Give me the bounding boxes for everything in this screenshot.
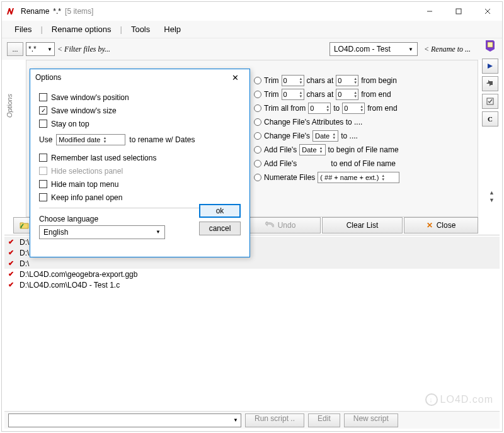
list-item[interactable]: ✔D:\LO4D.com\geogebra-export.ggb — [4, 269, 500, 279]
trim-begin-radio[interactable] — [254, 77, 261, 84]
remember-label: Remember last used selections — [51, 154, 156, 162]
hide-menu-checkbox[interactable] — [39, 180, 47, 188]
add-end-radio[interactable] — [254, 160, 261, 167]
dialog-title: Options — [35, 73, 61, 82]
trim-chars-end-spin[interactable]: 0▲▼ — [282, 89, 304, 100]
change-attr-label: Change File's Attributes to .... — [264, 118, 362, 127]
window-title: Rename — [21, 7, 49, 16]
panel-scroll-arrows[interactable]: ▲▼ — [489, 189, 495, 203]
svg-rect-1 — [456, 9, 461, 14]
filter-hint: < Filter files by... — [57, 45, 110, 54]
save-size-checkbox[interactable]: ✓ — [39, 106, 47, 115]
browse-button[interactable]: ... — [7, 42, 23, 56]
chevron-down-icon: ▼ — [156, 229, 161, 235]
save-position-label: Save window's position — [51, 93, 129, 102]
ok-button[interactable]: ok — [199, 204, 241, 218]
chevron-down-icon: ▼ — [233, 417, 238, 423]
add-end-label1: Add File's — [264, 159, 297, 168]
add-date-combo[interactable]: Date▲▼ — [299, 144, 325, 155]
options-tab[interactable]: Options — [4, 90, 14, 121]
rename-options-area: Trim 0▲▼ chars at 0▲▼ from begin Trim 0▲… — [254, 74, 462, 184]
stay-on-top-checkbox[interactable] — [39, 120, 47, 128]
watermark: ↓ LO4D.com — [425, 393, 493, 406]
numerate-label: Numerate Files — [264, 173, 315, 182]
filter-value: *.* — [28, 45, 37, 53]
close-panel-button[interactable]: ✕ Close — [404, 217, 478, 233]
clear-button[interactable]: C — [482, 111, 498, 127]
edit-script-button[interactable]: Edit — [308, 413, 340, 427]
dialog-titlebar[interactable]: Options ✕ — [30, 69, 249, 86]
undo-label: Undo — [278, 221, 296, 230]
keep-info-checkbox[interactable] — [39, 193, 47, 201]
trim-end-radio[interactable] — [254, 91, 261, 98]
dialog-close-button[interactable]: ✕ — [226, 73, 244, 82]
options-dialog: Options ✕ Save window's position ✓Save w… — [30, 69, 250, 257]
numerate-radio[interactable] — [254, 174, 261, 181]
menu-tools[interactable]: Tools — [126, 22, 155, 37]
date-mode-combo[interactable]: Modified date▲▼ — [56, 134, 125, 145]
trim-label: Trim — [264, 90, 279, 99]
stay-on-top-label: Stay on top — [51, 120, 89, 128]
new-script-button[interactable]: New script — [344, 413, 398, 427]
trim-at-end-spin[interactable]: 0▲▼ — [336, 89, 358, 100]
svg-marker-5 — [488, 64, 493, 69]
check-button[interactable] — [482, 94, 498, 109]
trim-all-from-end-label: from end — [367, 104, 397, 113]
title-filter: *.* — [53, 7, 61, 16]
check-icon: ✔ — [8, 249, 17, 257]
trim-all-radio[interactable] — [254, 104, 261, 112]
numerate-pattern-combo[interactable]: ( ## + name + ext.)▲▼ — [318, 172, 399, 183]
maximize-button[interactable] — [444, 2, 473, 21]
list-item[interactable]: ✔D:\LO4D.com\LO4D - Test 1.c — [4, 279, 500, 290]
close-x-icon: ✕ — [427, 221, 433, 230]
trim-at-spin[interactable]: 0▲▼ — [336, 75, 358, 86]
trim-from-end-label: from end — [361, 90, 391, 99]
add-begin-label2: to begin of File name — [328, 145, 399, 154]
svg-rect-4 — [488, 42, 493, 47]
language-combo[interactable]: English▼ — [39, 225, 165, 239]
cancel-button[interactable]: cancel — [199, 222, 241, 235]
undo-button[interactable]: Undo — [240, 217, 321, 233]
change-date-label2: to .... — [341, 132, 358, 140]
trim-all-to-spin[interactable]: 0▲▼ — [342, 103, 365, 114]
filter-toolbar: ... *.* ▼ < Filter files by... LO4D.com … — [2, 38, 502, 60]
trim-all-from-spin[interactable]: 0▲▼ — [308, 103, 331, 114]
date-type-combo[interactable]: Date▲▼ — [312, 130, 338, 142]
help-icon[interactable] — [483, 38, 497, 52]
keep-info-label: Keep info panel open — [51, 193, 122, 202]
menu-separator: | — [120, 25, 122, 34]
play-button[interactable] — [482, 59, 498, 74]
add-end-label2: to end of File name — [331, 159, 396, 168]
change-date-radio[interactable] — [254, 132, 261, 140]
menu-files[interactable]: Files — [9, 22, 37, 37]
hide-menu-label: Hide main top menu — [51, 180, 118, 189]
script-combo[interactable]: ▼ — [8, 413, 241, 427]
trim-from-begin-label: from begin — [361, 76, 397, 85]
pin-button[interactable] — [482, 76, 498, 91]
trim-all-to-label: to — [333, 104, 340, 113]
change-attr-radio[interactable] — [254, 118, 261, 126]
run-script-button[interactable]: Run script .. — [245, 413, 304, 427]
trim-label: Trim — [264, 76, 279, 85]
file-path: D:\ — [20, 238, 29, 247]
download-icon: ↓ — [425, 393, 438, 406]
file-path: D:\LO4D.com\geogebra-export.ggb — [20, 270, 137, 279]
menu-help[interactable]: Help — [159, 22, 186, 37]
trim-chars-spin[interactable]: 0▲▼ — [282, 75, 304, 86]
close-button[interactable] — [473, 2, 502, 21]
remember-checkbox[interactable] — [39, 154, 47, 162]
use-label: Use — [39, 135, 52, 144]
clear-list-button[interactable]: Clear List — [322, 217, 403, 233]
file-list[interactable]: ✔D:\ ✔D:\ ✔D:\ ✔D:\LO4D.com\geogebra-exp… — [4, 235, 500, 407]
save-position-checkbox[interactable] — [39, 93, 47, 101]
minimize-button[interactable] — [415, 2, 444, 21]
filter-combo[interactable]: *.* ▼ — [26, 42, 55, 56]
file-path: D:\ — [20, 259, 29, 268]
check-icon: ✔ — [8, 259, 17, 267]
rename-combo[interactable]: LO4D.com - Test ▼ — [329, 42, 418, 56]
list-item[interactable]: ✔D:\ — [4, 258, 500, 269]
close-label: Close — [437, 221, 456, 230]
add-begin-radio[interactable] — [254, 146, 261, 154]
menu-rename-options[interactable]: Rename options — [47, 22, 117, 37]
file-path: D:\LO4D.com\LO4D - Test 1.c — [20, 281, 120, 290]
